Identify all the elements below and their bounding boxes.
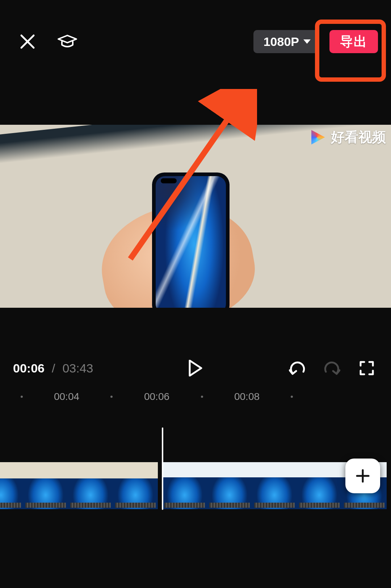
clip-thumbnail[interactable] — [252, 462, 297, 509]
time-separator: / — [52, 361, 55, 375]
ruler-tick — [110, 396, 113, 398]
playhead[interactable] — [162, 427, 163, 510]
resolution-selector[interactable]: 1080P — [253, 30, 319, 53]
video-preview[interactable] — [0, 125, 391, 308]
play-icon — [188, 360, 203, 376]
ruler-tick — [201, 396, 203, 398]
tutorial-button[interactable] — [56, 30, 79, 53]
video-track[interactable] — [0, 462, 387, 509]
haokan-logo-icon — [308, 128, 326, 146]
export-label: 导出 — [340, 33, 367, 51]
current-time: 00:06 — [13, 361, 45, 375]
clip-thumbnail[interactable] — [297, 462, 342, 509]
close-icon — [19, 33, 36, 50]
clip-thumbnail[interactable] — [207, 462, 252, 509]
play-button[interactable] — [184, 357, 207, 379]
timeline[interactable]: 00:0400:0600:08 — [0, 387, 391, 588]
clip-thumbnail[interactable] — [113, 462, 158, 509]
plus-icon — [355, 468, 371, 484]
redo-icon — [324, 361, 340, 375]
ruler-time-label: 00:06 — [144, 391, 169, 402]
time-ruler: 00:0400:0600:08 — [0, 387, 391, 406]
undo-icon — [289, 361, 306, 375]
fullscreen-button[interactable] — [356, 357, 378, 379]
clip-thumbnail[interactable] — [0, 462, 23, 509]
ruler-tick — [21, 396, 23, 398]
total-time: 03:43 — [62, 361, 93, 375]
graduation-cap-icon — [57, 33, 78, 50]
preview-area: 好看视频 — [0, 74, 391, 349]
status-bar — [0, 0, 391, 9]
undo-button[interactable] — [286, 357, 308, 379]
fullscreen-icon — [359, 361, 374, 376]
close-button[interactable] — [16, 30, 39, 53]
watermark-text: 好看视频 — [331, 128, 386, 146]
editor-top-bar: 1080P 导出 — [0, 9, 391, 74]
chevron-down-icon — [303, 39, 311, 44]
ruler-time-label: 00:04 — [54, 391, 79, 402]
resolution-label: 1080P — [264, 35, 299, 49]
clip-thumbnail[interactable] — [162, 462, 207, 509]
ruler-tick — [291, 396, 293, 398]
add-clip-button[interactable] — [345, 459, 380, 493]
video-watermark: 好看视频 — [308, 128, 386, 146]
redo-button[interactable] — [321, 357, 343, 379]
playback-bar: 00:06 / 03:43 — [0, 349, 391, 387]
export-button[interactable]: 导出 — [329, 30, 378, 53]
phone-mockup — [152, 172, 230, 308]
clip-thumbnail[interactable] — [23, 462, 68, 509]
clip-thumbnail[interactable] — [68, 462, 113, 509]
ruler-time-label: 00:08 — [234, 391, 260, 402]
